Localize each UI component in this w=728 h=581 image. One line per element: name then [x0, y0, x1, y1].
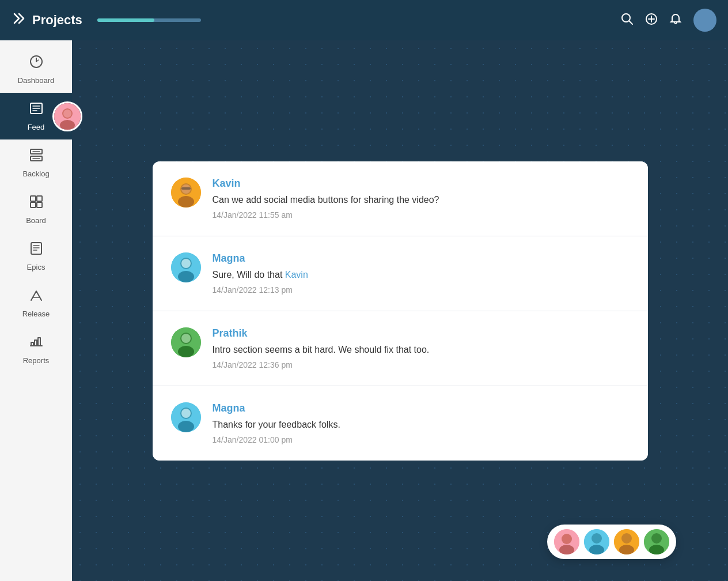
- comment-author: Magna: [213, 402, 630, 414]
- comment-item: Magna Sure, Will do that Kavin 14/Jan/20…: [153, 236, 648, 311]
- svg-point-33: [562, 534, 572, 544]
- svg-rect-14: [31, 243, 41, 254]
- reports-icon: [29, 334, 44, 353]
- comment-content: Prathik Intro section seems a bit hard. …: [213, 327, 630, 369]
- header-progress-fill: [97, 18, 154, 22]
- svg-point-23: [181, 259, 191, 268]
- dashboard-icon: [29, 54, 44, 73]
- svg-point-27: [181, 334, 191, 343]
- board-label: Board: [26, 216, 46, 225]
- svg-point-36: [592, 533, 602, 544]
- comment-content: Magna Sure, Will do that Kavin 14/Jan/20…: [213, 252, 630, 295]
- backlog-icon: [29, 148, 44, 166]
- svg-rect-13: [37, 202, 42, 207]
- reports-label: Reports: [23, 356, 50, 365]
- comment-text: Thanks for your feedback folks.: [213, 418, 630, 432]
- content-area: Kavin Can we add social media buttons fo…: [72, 40, 728, 581]
- comment-author: Magna: [213, 252, 630, 265]
- sidebar-item-reports[interactable]: Reports: [0, 326, 72, 373]
- user-avatar[interactable]: [693, 9, 716, 32]
- comment-time: 14/Jan/2022 11:55 am: [213, 210, 630, 220]
- feed-avatar-overlay: [52, 101, 82, 131]
- avatar-kavin: [171, 178, 201, 207]
- comment-text: Intro section seems a bit hard. We shoul…: [213, 343, 630, 357]
- svg-rect-10: [31, 196, 36, 201]
- dashboard-label: Dashboard: [18, 76, 55, 85]
- sidebar-item-dashboard[interactable]: Dashboard: [0, 46, 72, 93]
- avatar-prathik: [171, 327, 201, 357]
- avatar-magna2: [171, 402, 201, 432]
- sidebar-item-release[interactable]: Release: [0, 280, 72, 326]
- backlog-label: Backlog: [22, 169, 49, 178]
- header: Projects: [0, 0, 728, 40]
- comment-time: 14/Jan/2022 01:00 pm: [213, 435, 630, 444]
- svg-rect-12: [31, 202, 36, 207]
- feed-icon: [29, 101, 44, 119]
- float-avatar-2[interactable]: [583, 528, 611, 556]
- board-icon: [29, 194, 44, 213]
- float-avatar-3[interactable]: [613, 528, 640, 556]
- release-label: Release: [22, 310, 50, 318]
- sidebar: Dashboard Feed: [0, 40, 72, 581]
- comment-time: 14/Jan/2022 12:13 pm: [213, 285, 630, 295]
- svg-point-22: [178, 271, 194, 282]
- comment-item: Magna Thanks for your feedback folks. 14…: [153, 386, 648, 461]
- comment-text: Can we add social media buttons for shar…: [213, 193, 630, 207]
- float-avatar-4[interactable]: [643, 528, 670, 556]
- comment-item: Prathik Intro section seems a bit hard. …: [153, 311, 648, 386]
- svg-point-42: [651, 533, 662, 544]
- header-icons: [621, 9, 716, 32]
- add-icon[interactable]: [645, 13, 658, 28]
- comment-content: Kavin Can we add social media buttons fo…: [213, 178, 630, 220]
- mention-kavin: Kavin: [285, 270, 308, 280]
- header-title: Projects: [32, 13, 82, 28]
- svg-point-7: [63, 110, 71, 118]
- svg-point-17: [178, 196, 194, 207]
- comment-time: 14/Jan/2022 12:36 pm: [213, 360, 630, 369]
- release-icon: [29, 288, 44, 306]
- comment-text: Sure, Will do that Kavin: [213, 268, 630, 282]
- comment-author: Kavin: [213, 178, 630, 190]
- overlay-avatar-face: [54, 103, 81, 130]
- svg-rect-11: [37, 196, 42, 201]
- header-logo: Projects: [12, 11, 82, 29]
- sidebar-item-backlog[interactable]: Backlog: [0, 139, 72, 186]
- float-avatar-1[interactable]: [553, 528, 581, 556]
- floating-avatars: [547, 525, 676, 559]
- svg-point-31: [181, 409, 191, 418]
- svg-point-39: [621, 533, 632, 544]
- sidebar-item-board[interactable]: Board: [0, 186, 72, 233]
- svg-point-30: [178, 421, 194, 432]
- avatar-magna: [171, 252, 201, 282]
- feed-panel: Kavin Can we add social media buttons fo…: [153, 161, 648, 461]
- sidebar-item-feed[interactable]: Feed: [0, 93, 72, 139]
- header-progress-bar: [97, 18, 201, 22]
- comment-item: Kavin Can we add social media buttons fo…: [153, 161, 648, 236]
- main-layout: Dashboard Feed: [0, 40, 728, 581]
- bell-icon[interactable]: [669, 13, 682, 28]
- search-icon[interactable]: [621, 13, 634, 28]
- logo-icon: [12, 11, 26, 29]
- svg-point-26: [178, 346, 194, 357]
- epics-icon: [29, 241, 44, 259]
- feed-label: Feed: [28, 123, 45, 131]
- epics-label: Epics: [27, 263, 46, 271]
- comment-author: Prathik: [213, 327, 630, 339]
- svg-rect-19: [181, 187, 191, 190]
- sidebar-item-epics[interactable]: Epics: [0, 233, 72, 280]
- comment-content: Magna Thanks for your feedback folks. 14…: [213, 402, 630, 444]
